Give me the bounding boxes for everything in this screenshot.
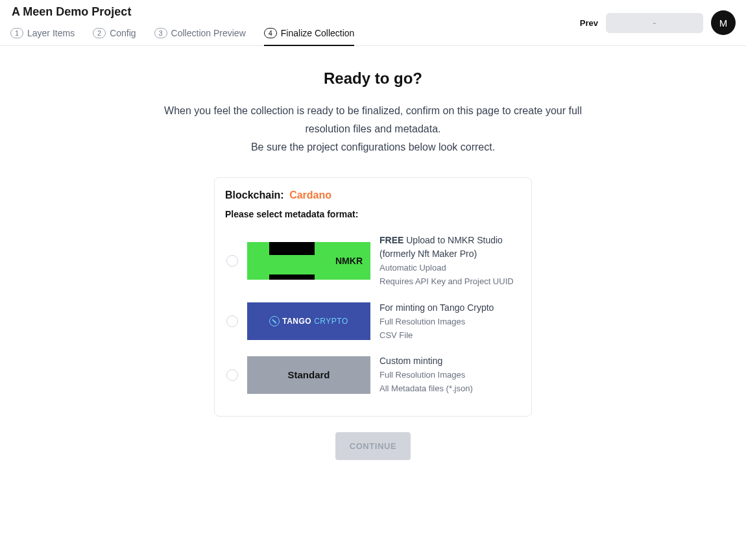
option-sub2: CSV File: [379, 330, 494, 342]
option-sub2: All Metadata files (*.json): [379, 383, 473, 395]
tab-label: Finalize Collection: [281, 28, 355, 38]
tab-layer-items[interactable]: 1 Layer Items: [10, 23, 75, 46]
option-title: For minting on Tango Crypto: [379, 301, 494, 315]
radio-standard[interactable]: [226, 369, 238, 381]
option-sub1: Automatic Upload: [379, 262, 520, 274]
option-sub1: Full Resolution Images: [379, 369, 473, 382]
page-desc-line1: When you feel the collection is ready to…: [159, 102, 587, 138]
blockchain-row: Blockchain: Cardano: [225, 189, 521, 201]
option-title-bold: FREE: [379, 235, 403, 245]
option-tango[interactable]: TANGOCRYPTO For minting on Tango Crypto …: [225, 295, 521, 348]
tab-number: 2: [93, 28, 106, 38]
radio-tango[interactable]: [226, 315, 238, 327]
nmkr-logo-text: NMKR: [335, 256, 363, 266]
avatar[interactable]: M: [711, 10, 736, 35]
tab-config[interactable]: 2 Config: [93, 23, 136, 46]
tab-number: 4: [264, 28, 277, 38]
page-title: Ready to go?: [0, 69, 746, 88]
option-list: NMKR FREE Upload to NMKR Studio (formerl…: [225, 227, 521, 402]
tab-label: Layer Items: [27, 28, 75, 38]
tab-collection-preview[interactable]: 3 Collection Preview: [154, 23, 246, 46]
tab-label: Config: [110, 28, 136, 38]
config-card: Blockchain: Cardano Please select metada…: [214, 177, 532, 417]
blockchain-label: Blockchain:: [225, 189, 284, 201]
tab-number: 3: [154, 28, 167, 38]
tango-logo-icon: TANGOCRYPTO: [247, 302, 370, 340]
page-desc-line2: Be sure the project configurations below…: [159, 138, 587, 156]
main-content: Ready to go? When you feel the collectio…: [0, 46, 746, 460]
tango-logo-text-b: CRYPTO: [314, 317, 348, 326]
tab-finalize-collection[interactable]: 4 Finalize Collection: [264, 23, 355, 46]
option-title: FREE Upload to NMKR Studio (formerly Nft…: [379, 234, 520, 261]
continue-button[interactable]: CONTINUE: [335, 432, 411, 460]
format-label: Please select metadata format:: [225, 209, 521, 219]
tab-label: Collection Preview: [171, 28, 246, 38]
tango-logo-text-a: TANGO: [282, 317, 311, 326]
option-title: Custom minting: [379, 354, 473, 368]
option-nmkr[interactable]: NMKR FREE Upload to NMKR Studio (formerl…: [225, 227, 521, 295]
nmkr-logo-icon: NMKR: [247, 242, 370, 280]
header: A Meen Demo Project 1 Layer Items 2 Conf…: [0, 0, 746, 46]
option-standard[interactable]: Standard Custom minting Full Resolution …: [225, 348, 521, 402]
tango-circle-icon: [269, 316, 280, 326]
page-description: When you feel the collection is ready to…: [159, 102, 587, 156]
standard-logo-icon: Standard: [247, 356, 370, 394]
tab-number: 1: [10, 28, 23, 38]
prev-button[interactable]: Prev: [580, 18, 598, 28]
option-sub1: Full Resolution Images: [379, 316, 494, 328]
radio-nmkr[interactable]: [226, 255, 238, 267]
blockchain-value: Cardano: [289, 189, 331, 201]
standard-logo-text: Standard: [287, 369, 330, 380]
option-sub2: Requires API Key and Project UUID: [379, 276, 520, 288]
next-button-disabled: -: [606, 13, 703, 33]
